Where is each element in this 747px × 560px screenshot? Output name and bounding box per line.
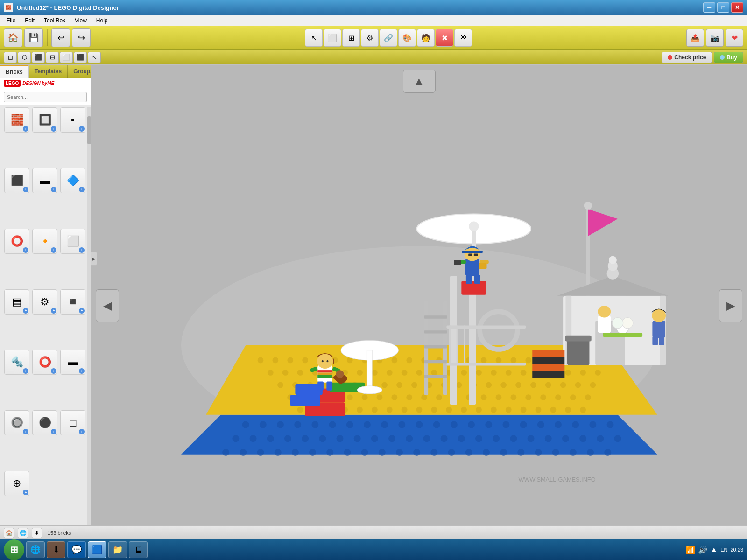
brick-add-btn[interactable]: + (51, 429, 56, 434)
brick-add-btn[interactable]: + (51, 247, 56, 253)
menu-toolbox[interactable]: Tool Box (39, 16, 70, 25)
brick-add-btn[interactable]: + (23, 368, 28, 374)
maximize-button[interactable]: □ (717, 2, 729, 13)
brick-add-btn[interactable]: + (79, 429, 85, 434)
brick-add-btn[interactable]: + (79, 187, 85, 192)
brick-add-btn[interactable]: + (79, 247, 85, 253)
minimize-button[interactable]: ─ (703, 2, 715, 13)
select-tool[interactable]: ↖ (305, 29, 323, 47)
hinge-tool[interactable]: ⚙ (361, 29, 379, 47)
brick-add-btn[interactable]: + (23, 429, 28, 434)
view-btn-6[interactable]: ⬛ (74, 52, 87, 63)
explorer-app[interactable]: 🖥 (129, 541, 148, 558)
view-btn-1[interactable]: ◻ (4, 52, 17, 63)
view-btn-3[interactable]: ⬛ (32, 52, 45, 63)
bricks-tab[interactable]: Bricks (0, 65, 29, 78)
delete-tool[interactable]: ✖ (436, 29, 453, 47)
brick-add-btn[interactable]: + (79, 368, 85, 374)
brick-item[interactable]: ⭕ + (32, 350, 57, 375)
brick-add-btn[interactable]: + (51, 126, 56, 132)
svg-point-125 (485, 421, 492, 428)
brick-item[interactable]: ◻ + (60, 410, 85, 435)
brick-item[interactable]: ⭕ + (4, 229, 29, 254)
tray-sound-icon[interactable]: 🔊 (698, 546, 707, 554)
brick-item[interactable]: ◾ + (60, 289, 85, 315)
search-input[interactable] (4, 92, 87, 102)
wishlist-button[interactable]: ❤ (726, 29, 743, 47)
brick-add-btn[interactable]: + (51, 187, 56, 192)
share-button[interactable]: 📤 (686, 29, 704, 47)
svg-point-163 (344, 449, 351, 456)
paint-tool[interactable]: 🎨 (398, 29, 416, 47)
move-tool[interactable]: ⬜ (324, 29, 341, 47)
brick-item[interactable]: 🔩 + (4, 350, 29, 375)
brick-add-btn[interactable]: + (23, 308, 28, 314)
check-price-button[interactable]: Check price (662, 52, 712, 63)
svg-point-101 (446, 406, 452, 413)
undo-button[interactable]: ↩ (51, 28, 70, 47)
brick-item[interactable]: 🔲 + (32, 107, 57, 133)
menu-help[interactable]: Help (92, 16, 113, 25)
close-button[interactable]: ✕ (731, 2, 743, 13)
minifig-tool[interactable]: 🧑 (417, 29, 435, 47)
brick-add-btn[interactable]: + (79, 308, 85, 314)
skype-app[interactable]: 💬 (67, 541, 86, 558)
brick-item[interactable]: ▬ + (32, 168, 57, 193)
nav-right-button[interactable]: ▶ (719, 289, 742, 322)
nav-left-button[interactable]: ◀ (96, 289, 119, 322)
brick-add-btn[interactable]: + (79, 126, 85, 132)
status-icon-1[interactable]: 🏠 (4, 528, 14, 538)
templates-tab[interactable]: Templates (29, 65, 68, 78)
brick-item[interactable]: 🧱 + (4, 107, 29, 133)
taskbar: ⊞ 🌐 ⬇ 💬 🟦 📁 🖥 📶 🔊 ▲ EN 20:23 (0, 539, 747, 560)
brick-item[interactable]: ⬛ + (4, 168, 29, 193)
brick-add-btn[interactable]: + (23, 187, 28, 192)
brick-add-btn[interactable]: + (51, 368, 56, 374)
tray-network-icon[interactable]: 📶 (686, 546, 695, 554)
redo-button[interactable]: ↪ (72, 28, 91, 47)
status-icon-2[interactable]: 🌐 (18, 528, 28, 538)
brick-add-btn[interactable]: + (23, 247, 28, 253)
brick-add-btn[interactable]: + (23, 126, 28, 132)
view-btn-4[interactable]: ⊟ (46, 52, 59, 63)
menu-view[interactable]: View (70, 16, 92, 25)
brick-item[interactable]: 🔘 + (4, 410, 29, 435)
panel-toggle[interactable]: ▶ (91, 252, 97, 266)
new-button[interactable]: 🏠 (4, 28, 22, 47)
save-button[interactable]: 💾 (24, 28, 43, 47)
brick-item[interactable]: ⚙ + (32, 289, 57, 315)
status-icon-3[interactable]: ⬇ (32, 528, 42, 538)
brick-item[interactable]: 🔷 + (60, 168, 85, 193)
panel-scrollbar[interactable] (87, 107, 91, 532)
main-canvas[interactable]: ▲ ◀ ▶ (91, 65, 747, 546)
view-btn-5[interactable]: ⬜ (60, 52, 73, 63)
snapshot-button[interactable]: 📷 (706, 29, 724, 47)
nav-up-button[interactable]: ▲ (403, 70, 436, 93)
view-cursor-btn[interactable]: ↖ (88, 52, 101, 63)
brick-add-btn[interactable]: + (51, 308, 56, 314)
flex-tool[interactable]: 🔗 (380, 29, 397, 47)
brick-icon: ◾ (67, 296, 79, 308)
chrome-app[interactable]: 🌐 (26, 541, 45, 558)
brick-item[interactable]: ⚫ + (32, 410, 57, 435)
tray-arrow-icon[interactable]: ▲ (710, 546, 718, 554)
brick-item[interactable]: ▪ + (60, 107, 85, 133)
scrollbar-thumb[interactable] (87, 116, 91, 144)
torrent-app[interactable]: ⬇ (47, 541, 65, 558)
brick-item[interactable]: ⊕ + (4, 471, 29, 496)
clone-tool[interactable]: ⊞ (342, 29, 360, 47)
brick-item[interactable]: 🔸 + (32, 229, 57, 254)
brick-item[interactable]: ⬜ + (60, 229, 85, 254)
hide-tool[interactable]: 👁 (454, 29, 472, 47)
lego-app[interactable]: 🟦 (88, 541, 106, 558)
brick-add-btn[interactable]: + (23, 490, 28, 495)
brick-item[interactable]: ▬ + (60, 350, 85, 375)
brick-item[interactable]: ▤ + (4, 289, 29, 315)
buy-button[interactable]: Buy (714, 52, 743, 63)
menu-edit[interactable]: Edit (20, 16, 39, 25)
folder-app[interactable]: 📁 (108, 541, 127, 558)
menu-file[interactable]: File (2, 16, 20, 25)
start-button[interactable]: ⊞ (4, 539, 24, 560)
view-btn-2[interactable]: ⬡ (18, 52, 31, 63)
svg-point-83 (480, 394, 486, 400)
